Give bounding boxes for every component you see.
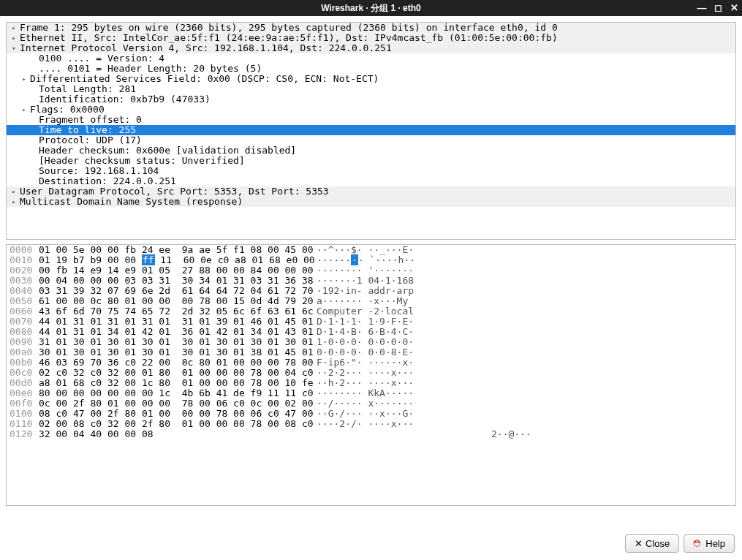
hex-row[interactable]: 003000 04 00 00 00 03 03 31 30 34 01 31 … [7, 276, 735, 286]
tree-row-header-length[interactable]: .... 0101 = Header Length: 20 bytes (5) [7, 64, 735, 74]
protocol-tree-pane[interactable]: ▸Frame 1: 295 bytes on wire (2360 bits),… [6, 22, 736, 240]
window-controls: — ◻ ✕ [697, 1, 739, 15]
hex-offset: 00b0 [10, 357, 39, 368]
hex-row[interactable]: 00a030 01 30 01 30 01 30 01 30 01 30 01 … [7, 347, 735, 357]
hex-offset: 00f0 [10, 398, 39, 409]
titlebar: Wireshark · 分组 1 · eth0 — ◻ ✕ [0, 0, 742, 16]
hex-dump-pane[interactable]: 000001 00 5e 00 00 fb 24 ee 9a ae 5f f1 … [6, 244, 736, 506]
hex-ascii: 2··@··· [317, 429, 531, 439]
hex-offset: 0050 [10, 296, 39, 306]
chevron-right-icon[interactable]: ▸ [20, 105, 29, 115]
tree-label: Source: 192.168.1.104 [39, 166, 159, 176]
hex-ascii: ··/····· x······· [317, 398, 414, 409]
hex-row[interactable]: 002000 fb 14 e9 14 e9 01 05 27 88 00 00 … [7, 265, 735, 276]
tree-row-ethernet[interactable]: ▸Ethernet II, Src: IntelCor_ae:5f:f1 (24… [7, 33, 735, 43]
hex-offset: 0000 [10, 245, 39, 255]
tree-label: Protocol: UDP (17) [39, 135, 142, 145]
tree-row-checksum[interactable]: Header checksum: 0x600e [validation disa… [7, 145, 735, 156]
help-button[interactable]: ⛑Help [684, 534, 735, 553]
hex-offset: 0060 [10, 306, 39, 317]
hex-bytes: 01 00 5e 00 00 fb 24 ee 9a ae 5f f1 08 0… [39, 245, 317, 255]
tree-row-fragment[interactable]: Fragment offset: 0 [7, 115, 735, 125]
hex-bytes: a8 01 68 c0 32 00 1c 80 01 00 00 00 78 0… [39, 378, 317, 388]
hex-bytes: 43 6f 6d 70 75 74 65 72 2d 32 05 6c 6f 6… [39, 306, 317, 317]
chevron-down-icon[interactable]: ▾ [10, 43, 18, 53]
hex-ascii: ········ '······· [317, 265, 414, 276]
hex-row[interactable]: 012032 00 04 40 00 00 082··@··· [7, 429, 735, 439]
tree-label: Differentiated Services Field: 0x00 (DSC… [30, 74, 379, 84]
hex-row[interactable]: 006043 6f 6d 70 75 74 65 72 2d 32 05 6c … [7, 306, 735, 317]
tree-label: Time to live: 255 [39, 125, 136, 135]
tree-row-dsf[interactable]: ▸Differentiated Services Field: 0x00 (DS… [7, 74, 735, 84]
hex-ascii: ··^···$· ··_···E· [317, 245, 414, 255]
tree-row-version[interactable]: 0100 .... = Version: 4 [7, 53, 735, 64]
hex-ascii: 0·0·0·0· 0·0·8·E· [317, 347, 414, 357]
tree-row-identification[interactable]: Identification: 0xb7b9 (47033) [7, 94, 735, 105]
tree-row-destination[interactable]: Destination: 224.0.0.251 [7, 176, 735, 186]
tree-row-protocol[interactable]: Protocol: UDP (17) [7, 135, 735, 145]
hex-row[interactable]: 00f00c 00 2f 80 01 00 00 00 78 00 06 c0 … [7, 398, 735, 409]
tree-row-total-length[interactable]: Total Length: 281 [7, 84, 735, 94]
tree-label: .... 0101 = Header Length: 20 bytes (5) [39, 64, 262, 74]
close-icon: ✕ [635, 538, 643, 549]
hex-row[interactable]: 007044 01 31 01 31 01 31 01 31 01 39 01 … [7, 317, 735, 327]
hex-offset: 0010 [10, 255, 39, 265]
hex-ascii: 1·0·0·0· 0·0·0·0· [317, 337, 414, 347]
hex-bytes: 61 00 00 0c 80 01 00 00 00 78 00 15 0d 4… [39, 296, 317, 306]
hex-bytes: 02 00 08 c0 32 00 2f 80 01 00 00 00 78 0… [39, 419, 317, 429]
hex-row[interactable]: 005061 00 00 0c 80 01 00 00 00 78 00 15 … [7, 296, 735, 306]
hex-highlight: · [351, 254, 358, 265]
hex-row[interactable]: 00b046 03 69 70 36 c0 22 00 0c 80 01 00 … [7, 357, 735, 368]
maximize-icon[interactable]: ◻ [713, 1, 723, 15]
tree-row-ipv4[interactable]: ▾Internet Protocol Version 4, Src: 192.1… [7, 43, 735, 53]
window-title: Wireshark · 分组 1 · eth0 [321, 2, 421, 15]
hex-ascii: ··G·/··· ··x···G· [317, 409, 414, 419]
chevron-right-icon[interactable]: ▸ [10, 33, 18, 43]
tree-label: 0100 .... = Version: 4 [39, 53, 164, 64]
chevron-right-icon[interactable]: ▸ [10, 197, 18, 207]
hex-offset: 0080 [10, 327, 39, 337]
hex-row[interactable]: 004003 31 39 32 07 69 6e 2d 61 64 64 72 … [7, 286, 735, 296]
hex-ascii: Computer -2·local [317, 306, 414, 317]
hex-row[interactable]: 011002 00 08 c0 32 00 2f 80 01 00 00 00 … [7, 419, 735, 429]
tree-label: Flags: 0x0000 [30, 105, 105, 115]
hex-row[interactable]: 00d0a8 01 68 c0 32 00 1c 80 01 00 00 00 … [7, 378, 735, 388]
tree-row-source[interactable]: Source: 192.168.1.104 [7, 166, 735, 176]
hex-offset: 00a0 [10, 347, 39, 357]
content-area: ▸Frame 1: 295 bytes on wire (2360 bits),… [0, 16, 742, 530]
hex-row[interactable]: 001001 19 b7 b9 00 00 ff 11 60 0e c0 a8 … [7, 255, 735, 265]
hex-offset: 00d0 [10, 378, 39, 388]
tree-row-frame[interactable]: ▸Frame 1: 295 bytes on wire (2360 bits),… [7, 23, 735, 33]
hex-ascii: ········ KkA····· [317, 388, 414, 398]
close-button[interactable]: ✕Close [625, 534, 679, 553]
tree-label: Total Length: 281 [39, 84, 136, 94]
hex-row[interactable]: 00c002 c0 32 c0 32 00 01 80 01 00 00 00 … [7, 368, 735, 378]
tree-row-udp[interactable]: ▸User Datagram Protocol, Src Port: 5353,… [7, 186, 735, 197]
minimize-icon[interactable]: — [697, 1, 707, 15]
tree-row-mdns[interactable]: ▸Multicast Domain Name System (response) [7, 197, 735, 207]
hex-bytes: 01 19 b7 b9 00 00 ff 11 60 0e c0 a8 01 6… [39, 255, 317, 265]
tree-row-flags[interactable]: ▸Flags: 0x0000 [7, 105, 735, 115]
tree-row-checksum-status[interactable]: [Header checksum status: Unverified] [7, 156, 735, 166]
hex-row[interactable]: 00e080 00 00 00 00 00 00 1c 4b 6b 41 de … [7, 388, 735, 398]
chevron-right-icon[interactable]: ▸ [10, 186, 18, 197]
hex-highlight: ff [142, 254, 155, 265]
hex-bytes: 46 03 69 70 36 c0 22 00 0c 80 01 00 00 0… [39, 357, 317, 368]
hex-ascii: ·······1 04·1·168 [317, 276, 414, 286]
chevron-right-icon[interactable]: ▸ [20, 74, 29, 84]
tree-label: Internet Protocol Version 4, Src: 192.16… [20, 43, 392, 53]
hex-ascii: ····2·/· ····x··· [317, 419, 414, 429]
tree-row-ttl[interactable]: Time to live: 255 [7, 125, 735, 135]
hex-offset: 0110 [10, 419, 39, 429]
hex-offset: 00c0 [10, 368, 39, 378]
hex-row[interactable]: 010008 c0 47 00 2f 80 01 00 00 00 78 00 … [7, 409, 735, 419]
close-window-icon[interactable]: ✕ [729, 1, 739, 15]
hex-row[interactable]: 008044 01 31 01 34 01 42 01 36 01 42 01 … [7, 327, 735, 337]
hex-bytes: 44 01 31 01 31 01 31 01 31 01 39 01 46 0… [39, 317, 317, 327]
hex-bytes: 08 c0 47 00 2f 80 01 00 00 00 78 00 06 c… [39, 409, 317, 419]
hex-row[interactable]: 009031 01 30 01 30 01 30 01 30 01 30 01 … [7, 337, 735, 347]
hex-bytes: 00 fb 14 e9 14 e9 01 05 27 88 00 00 84 0… [39, 265, 317, 276]
tree-label: Identification: 0xb7b9 (47033) [39, 94, 211, 105]
chevron-right-icon[interactable]: ▸ [10, 23, 18, 33]
hex-row[interactable]: 000001 00 5e 00 00 fb 24 ee 9a ae 5f f1 … [7, 245, 735, 255]
